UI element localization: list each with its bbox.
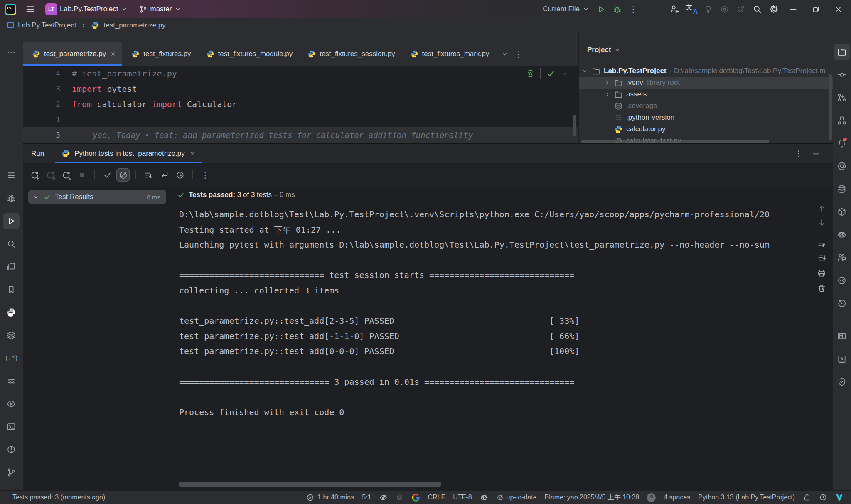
tree-row-root[interactable]: Lab.Py.TestProject - D:\lab\sample.dotbl… bbox=[579, 65, 833, 77]
close-window-button[interactable] bbox=[828, 1, 849, 17]
clear-console-icon[interactable] bbox=[817, 283, 826, 293]
tree-row-assets[interactable]: assets bbox=[579, 89, 833, 100]
pycharm-logo-icon[interactable]: PC bbox=[5, 4, 16, 15]
settings-button[interactable] bbox=[766, 2, 781, 16]
breadcrumb-file[interactable]: test_parametrize.py bbox=[103, 21, 165, 30]
tab-test-fixtures-mark[interactable]: test_fixtures_mark.py bbox=[401, 42, 495, 66]
help-widget[interactable]: ? bbox=[647, 493, 656, 502]
project-tool-button[interactable] bbox=[834, 44, 850, 60]
code-with-me-tool-button[interactable] bbox=[834, 249, 850, 266]
services-tool-button[interactable] bbox=[3, 396, 20, 412]
more-options-button[interactable]: ⋮ bbox=[199, 168, 212, 182]
find-tool-button[interactable] bbox=[3, 236, 20, 252]
line-number[interactable]: 4 bbox=[23, 69, 72, 78]
import-test-results-button[interactable] bbox=[157, 168, 171, 182]
main-menu-button[interactable] bbox=[23, 2, 38, 16]
terminal-tool-button[interactable] bbox=[3, 418, 20, 435]
tab-test-fixtures-session[interactable]: test_fixtures_session.py bbox=[298, 42, 401, 66]
run-configuration-selector[interactable]: Current File bbox=[540, 2, 592, 16]
ai-assistant-button[interactable] bbox=[834, 158, 850, 175]
coverage-waves-icon[interactable] bbox=[525, 69, 535, 79]
markdown-tool-button[interactable] bbox=[834, 328, 850, 344]
line-number[interactable]: 3 bbox=[23, 84, 72, 93]
chevron-down-icon[interactable] bbox=[561, 70, 568, 77]
caret-position-widget[interactable]: 5:1 bbox=[362, 494, 371, 501]
python-packages-button[interactable] bbox=[3, 327, 20, 344]
print-icon[interactable] bbox=[817, 268, 826, 278]
v-plugin-widget[interactable] bbox=[835, 493, 844, 502]
commit-tool-button[interactable] bbox=[834, 66, 850, 83]
scroll-up-icon[interactable] bbox=[817, 204, 826, 213]
test-history-button[interactable] bbox=[173, 168, 187, 182]
show-passed-button[interactable] bbox=[101, 168, 114, 182]
project-panel-header[interactable]: Project bbox=[587, 46, 621, 54]
chevron-down-icon[interactable] bbox=[581, 68, 588, 75]
no-problems-check-icon[interactable] bbox=[546, 69, 556, 79]
blame-widget[interactable]: Blame: yao 2025/4/5 上午 10:38 bbox=[545, 493, 639, 502]
bookmarks-tool-button[interactable] bbox=[3, 281, 20, 298]
pull-requests-button[interactable] bbox=[834, 89, 850, 106]
tree-row-python-version[interactable]: .python-version bbox=[579, 112, 833, 123]
run-panel-title[interactable]: Run bbox=[23, 150, 55, 158]
history-tool-button[interactable] bbox=[834, 295, 850, 312]
tab-test-fixtures-module[interactable]: test_fixtures_module.py bbox=[197, 42, 299, 66]
close-icon[interactable] bbox=[189, 150, 196, 157]
structure-view-button[interactable] bbox=[834, 112, 850, 129]
time-tracking-widget[interactable]: 1 hr 40 mins bbox=[306, 493, 354, 502]
vcs-status-widget[interactable]: up-to-date bbox=[497, 494, 537, 501]
notifications-button[interactable] bbox=[834, 135, 850, 152]
stripe-more-button[interactable]: ⋯ bbox=[3, 44, 20, 61]
status-message[interactable]: Tests passed: 3 (moments ago) bbox=[12, 494, 105, 501]
hide-panel-icon[interactable] bbox=[812, 149, 821, 158]
encoding-widget[interactable]: UTF-8 bbox=[453, 494, 472, 501]
dependencies-button[interactable] bbox=[834, 204, 850, 220]
plugin-suggestion-button[interactable] bbox=[701, 2, 716, 16]
chevron-right-icon[interactable] bbox=[604, 91, 611, 98]
inspection-profile-button[interactable] bbox=[717, 2, 732, 16]
search-doc-button[interactable] bbox=[733, 2, 748, 16]
database-tool-button[interactable] bbox=[834, 181, 850, 197]
translate-button[interactable]: 文A bbox=[684, 2, 699, 16]
proofread-widget[interactable] bbox=[379, 493, 388, 502]
line-separator-widget[interactable]: CRLF bbox=[428, 494, 445, 501]
debug-button[interactable] bbox=[610, 2, 625, 16]
dim-status-widget[interactable] bbox=[396, 493, 404, 502]
coverage-tool-button[interactable] bbox=[3, 373, 20, 389]
tab-test-parametrize[interactable]: test_parametrize.py bbox=[23, 42, 122, 66]
interpreter-widget[interactable]: Python 3.13 (Lab.Py.TestProject) bbox=[698, 494, 795, 501]
recent-windows-button[interactable] bbox=[3, 258, 20, 275]
problems-widget[interactable] bbox=[819, 493, 827, 502]
stop-button[interactable] bbox=[75, 168, 89, 182]
console-horizontal-scrollbar[interactable] bbox=[179, 482, 441, 487]
rerun-failed-tests-button[interactable] bbox=[44, 168, 57, 182]
copilot-tool-button[interactable] bbox=[834, 226, 850, 243]
structure-tool-button[interactable] bbox=[3, 167, 20, 184]
python-console-button[interactable] bbox=[3, 304, 20, 321]
tree-row-calculator[interactable]: calculator.py bbox=[579, 123, 833, 135]
more-vertical-icon[interactable]: ⋮ bbox=[514, 49, 522, 59]
scroll-to-end-icon[interactable] bbox=[817, 253, 826, 263]
line-number[interactable]: 5 bbox=[23, 130, 72, 139]
code-editor[interactable]: 4 # test_parametrize.py 3 import pytest … bbox=[23, 66, 578, 143]
assistant-face-button[interactable] bbox=[834, 272, 850, 289]
close-icon[interactable] bbox=[110, 51, 116, 57]
run-tool-button[interactable] bbox=[3, 213, 20, 229]
breadcrumb-project[interactable]: Lab.Py.TestProject bbox=[18, 21, 76, 30]
run-tab-python-tests[interactable]: Python tests in test_parametrize.py bbox=[55, 144, 202, 163]
git-tool-button[interactable] bbox=[3, 464, 20, 481]
indent-widget[interactable]: 4 spaces bbox=[664, 494, 690, 501]
chevron-right-icon[interactable] bbox=[604, 79, 611, 86]
regex-tool-button[interactable]: (.*) bbox=[3, 350, 20, 366]
code-with-me-button[interactable] bbox=[667, 2, 682, 16]
more-actions-button[interactable]: ⋮ bbox=[626, 2, 640, 16]
problems-tool-button[interactable] bbox=[3, 441, 20, 458]
debug-tool-button[interactable] bbox=[3, 190, 20, 207]
line-number[interactable]: 1 bbox=[23, 115, 72, 124]
project-vertical-scrollbar[interactable] bbox=[829, 74, 832, 140]
line-number[interactable]: 2 bbox=[23, 100, 72, 108]
scroll-down-icon[interactable] bbox=[817, 218, 826, 227]
toggle-auto-test-button[interactable] bbox=[59, 168, 73, 182]
more-vertical-icon[interactable]: ⋮ bbox=[794, 149, 802, 158]
project-widget[interactable]: LT Lab.Py.TestProject bbox=[43, 2, 130, 16]
run-button[interactable] bbox=[594, 2, 608, 16]
